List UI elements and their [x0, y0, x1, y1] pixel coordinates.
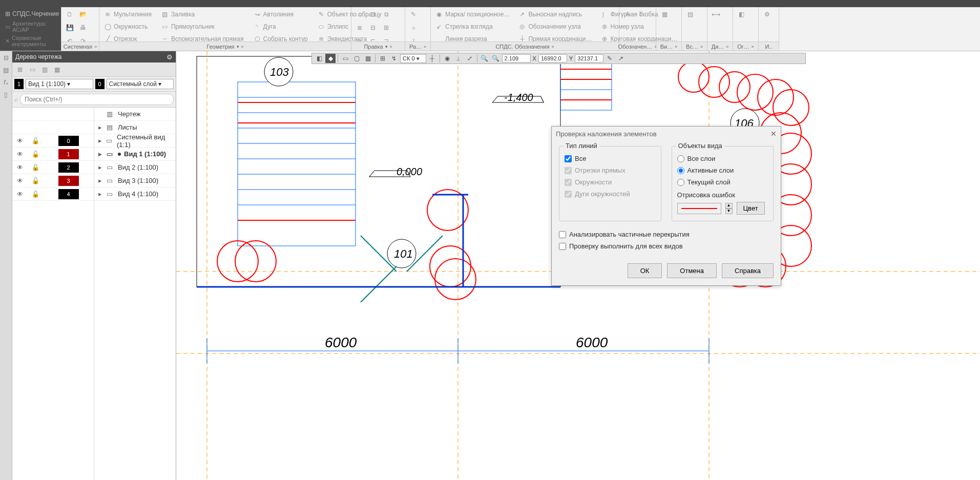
dialog-titlebar[interactable]: Проверка наложения элементов ✕ [552, 127, 781, 141]
print-icon[interactable]: 🖶 [77, 22, 89, 34]
tb-icon-1[interactable]: ⊞ [14, 64, 26, 75]
tree-view-item[interactable]: ▸▭Вид 2 (1:100) [94, 161, 176, 174]
zoom-out-icon[interactable]: 🔍 [479, 54, 490, 63]
leader-button[interactable]: ↗Выносная надпись [516, 8, 594, 20]
lock-icon[interactable]: 🔓 [28, 151, 43, 158]
node-mark-button[interactable]: ◎Обозначение узла [516, 20, 594, 33]
desig-icon[interactable]: A [621, 8, 634, 20]
lock-icon[interactable]: 🔓 [28, 137, 43, 144]
axis-icon[interactable]: ↯ [389, 54, 399, 63]
ct-extra-1[interactable]: ✎ [604, 54, 615, 63]
svg-rect-24 [560, 59, 612, 110]
color-spinner[interactable]: ▲▼ [725, 203, 733, 214]
visibility-icon[interactable]: 👁 [12, 177, 28, 184]
tree-item[interactable]: ▥Чертеж [94, 108, 176, 121]
rail-tree-icon[interactable]: ⊟ [2, 53, 11, 62]
tree-item[interactable]: ▸▤Листы [94, 121, 176, 134]
search-input[interactable] [20, 94, 174, 105]
multiline-button[interactable]: ≋Мультилиния [101, 8, 154, 20]
edit-icon-3[interactable]: ⧉ [380, 8, 392, 20]
arc-button[interactable]: ◝Дуга [251, 20, 310, 33]
mark-button[interactable]: ◉Марка/ позиционное… [433, 8, 512, 20]
scale-icon[interactable]: ⤢ [465, 54, 475, 63]
og-icon[interactable]: ◧ [735, 8, 747, 20]
lock-icon[interactable]: 🔓 [28, 191, 43, 198]
left-stack-row-0[interactable]: ▭Архитектура: АС/АР [2, 19, 59, 34]
cs-icon-1[interactable]: ┼ [427, 54, 437, 63]
view-select-row: 1 Вид 1 (1:100) ▾ 0 Системный слой ▾ [12, 77, 176, 92]
cs-select[interactable]: СК 0 ▾ [400, 54, 426, 63]
tools-icon: ✕ [5, 38, 10, 45]
rectangle-button[interactable]: ▭Прямоугольник [159, 20, 246, 33]
svg-point-47 [773, 90, 809, 126]
chk-partial[interactable]: Анализировать частичные перекрытия [559, 231, 774, 238]
left-stack-row-1[interactable]: ✕Сервисные инструменты [2, 34, 59, 48]
view-select[interactable]: Вид 1 (1:100) ▾ [26, 79, 93, 89]
arrow-view-button[interactable]: ↙Стрелка взгляда [433, 20, 512, 33]
cancel-button[interactable]: Отмена [667, 263, 717, 278]
x-value[interactable]: 16992.0 [538, 54, 567, 62]
circle-button[interactable]: ◯Окружность [101, 20, 154, 33]
di-icon[interactable]: ⟷ [710, 8, 722, 20]
radio-all-layers[interactable]: Все слои [677, 155, 768, 162]
ct-icon-1[interactable]: ◧ [314, 54, 324, 63]
visibility-icon[interactable]: 👁 [12, 164, 28, 171]
i-icon[interactable]: ⚙ [761, 8, 773, 20]
radio-active-layers[interactable]: Активные слои [677, 166, 768, 174]
tb-icon-2[interactable]: ▭ [27, 64, 38, 75]
zoom-icon[interactable]: 🔍 [491, 54, 501, 63]
chk-all[interactable]: Все [565, 155, 656, 162]
lock-icon[interactable]: 🔓 [28, 177, 43, 184]
save-icon[interactable]: 💾 [64, 22, 76, 34]
tree-view-item[interactable]: ▸▭Системный вид (1:1) [94, 134, 176, 148]
tb-icon-4[interactable]: ▦ [51, 64, 62, 75]
grid-icon[interactable]: ⊞ [378, 54, 388, 63]
ortho-icon[interactable]: ⟂ [453, 54, 464, 63]
layer-select[interactable]: Системный слой ▾ [107, 79, 174, 89]
vi-icon[interactable]: ▦ [658, 8, 671, 20]
chk-segments: Отрезки прямых [565, 166, 656, 174]
gear-icon[interactable]: ⚙ [166, 53, 173, 61]
y-value[interactable]: 32137.1 [575, 54, 603, 62]
ra-icon-2[interactable]: ⟐ [407, 22, 428, 34]
zoom-value[interactable]: 2.109 [502, 54, 531, 62]
close-icon[interactable]: ✕ [770, 130, 777, 138]
color-swatch [677, 203, 721, 214]
svg-point-41 [435, 259, 476, 300]
ct-icon-5[interactable]: ▦ [363, 54, 373, 63]
ct-icon-2[interactable]: ◆ [325, 54, 336, 63]
tree-view-item[interactable]: ▸▭Вид 4 (1:100) [94, 187, 176, 201]
edit-icon-5[interactable]: ⊟ [367, 22, 379, 34]
color-button[interactable]: Цвет [737, 202, 765, 215]
rail-eye-icon[interactable]: ▤ [2, 66, 11, 75]
edit-icon-1[interactable]: ⎌ [353, 8, 366, 20]
desig-icon-2[interactable]: T [635, 8, 647, 20]
help-button[interactable]: Справка [722, 263, 774, 278]
visibility-icon[interactable]: 👁 [12, 151, 28, 158]
snap-icon[interactable]: ◉ [442, 54, 452, 63]
filter-icon[interactable]: ⌕ [14, 96, 18, 103]
ct-icon-4[interactable]: ▢ [351, 54, 362, 63]
edit-icon-4[interactable]: ≣ [353, 22, 366, 34]
rail-fx-icon[interactable]: fₓ [2, 78, 11, 87]
visibility-icon[interactable]: 👁 [12, 137, 28, 144]
rail-doc-icon[interactable]: ▯ [2, 90, 11, 99]
ct-icon-3[interactable]: ▭ [340, 54, 350, 63]
ok-button[interactable]: ОК [628, 263, 662, 278]
ra-icon-1[interactable]: ✎ [407, 8, 428, 20]
edit-icon-6[interactable]: ⊞ [380, 22, 392, 34]
radio-current-layer[interactable]: Текущий слой [677, 178, 768, 186]
tree-view-item[interactable]: ▸▭Вид 3 (1:100) [94, 174, 176, 187]
ct-extra-2[interactable]: ↗ [616, 54, 626, 63]
chk-all-views[interactable]: Проверку выполнить для всех видов [559, 242, 774, 250]
tb-icon-3[interactable]: ▥ [39, 64, 50, 75]
edit-icon-2[interactable]: ⊡ [367, 8, 379, 20]
lock-icon[interactable]: 🔓 [28, 164, 43, 171]
fill-button[interactable]: ▧Заливка [159, 8, 246, 20]
vs-icon[interactable]: ▤ [684, 8, 696, 20]
autoline-button[interactable]: ↝Автолиния [251, 8, 310, 20]
new-file-icon[interactable]: 🗋 [64, 8, 76, 20]
tree-view-item[interactable]: ▸▭Вид 1 (1:100) [94, 148, 176, 161]
open-file-icon[interactable]: 📂 [77, 8, 89, 20]
visibility-icon[interactable]: 👁 [12, 191, 28, 198]
